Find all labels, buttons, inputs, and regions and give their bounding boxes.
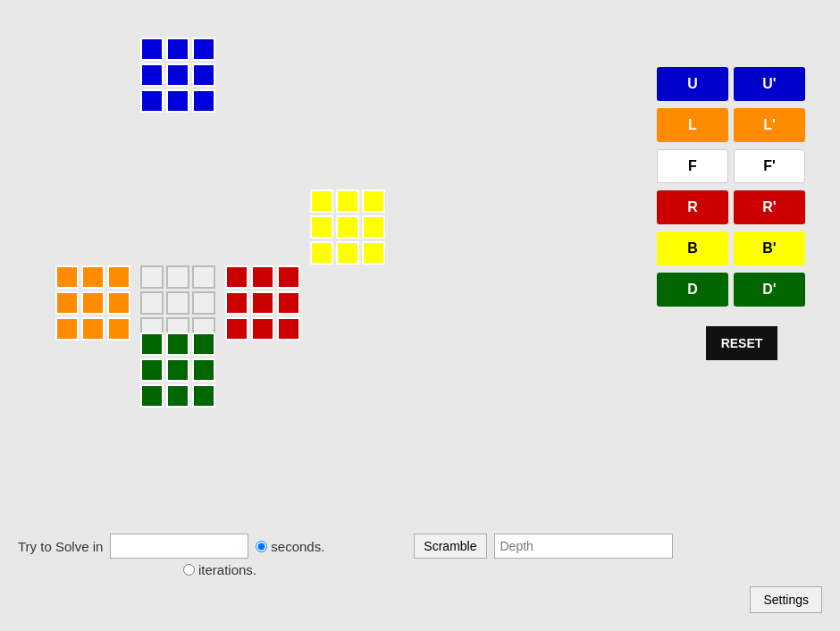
move-F-button[interactable]: F: [657, 149, 728, 183]
cell[interactable]: [81, 265, 105, 289]
face-right-grid: [223, 264, 302, 342]
move-L-prime-button[interactable]: L': [734, 108, 805, 142]
cell[interactable]: [55, 291, 79, 315]
seconds-radio-label[interactable]: seconds.: [256, 539, 324, 554]
move-R-prime-button[interactable]: R': [734, 190, 805, 224]
cell[interactable]: [362, 189, 385, 213]
cell[interactable]: [277, 317, 300, 341]
cell[interactable]: [140, 332, 164, 356]
cell[interactable]: [140, 291, 164, 315]
cell[interactable]: [166, 332, 189, 356]
cell[interactable]: [166, 89, 189, 113]
cell[interactable]: [192, 384, 215, 408]
move-B-prime-button[interactable]: B': [734, 231, 805, 265]
cell[interactable]: [192, 38, 215, 61]
seconds-label: seconds.: [271, 539, 324, 554]
cell[interactable]: [336, 241, 359, 265]
iterations-radio[interactable]: [183, 564, 195, 576]
face-top: [139, 36, 223, 188]
move-B-button[interactable]: B: [657, 231, 728, 265]
cell[interactable]: [251, 265, 274, 289]
cell[interactable]: [225, 265, 248, 289]
cell[interactable]: [277, 291, 300, 315]
move-row-R: R R': [657, 190, 827, 224]
face-front: [139, 188, 223, 331]
face-bottom: [139, 331, 223, 483]
iterations-radio-label[interactable]: iterations.: [183, 562, 256, 577]
solve-row-iterations: iterations.: [18, 562, 324, 577]
reset-button[interactable]: RESET: [706, 326, 777, 360]
cell[interactable]: [81, 291, 105, 315]
cell[interactable]: [55, 317, 79, 341]
face-bottom-grid: [139, 331, 217, 409]
move-D-button[interactable]: D: [657, 273, 728, 307]
scramble-button[interactable]: Scramble: [414, 534, 486, 559]
cell[interactable]: [166, 63, 189, 87]
settings-button[interactable]: Settings: [750, 586, 822, 613]
cell[interactable]: [192, 358, 215, 382]
cell[interactable]: [166, 384, 189, 408]
cell[interactable]: [107, 265, 130, 289]
solve-group: Try to Solve in seconds. iterations.: [18, 534, 324, 577]
cell[interactable]: [107, 317, 130, 341]
cell[interactable]: [192, 89, 215, 113]
cell[interactable]: [140, 358, 164, 382]
move-F-prime-button[interactable]: F': [734, 149, 805, 183]
move-D-prime-button[interactable]: D': [734, 273, 805, 307]
solve-row-seconds: Try to Solve in seconds.: [18, 534, 324, 559]
cell[interactable]: [310, 189, 333, 213]
face-top-grid: [139, 36, 217, 114]
cell[interactable]: [55, 265, 79, 289]
move-L-button[interactable]: L: [657, 108, 728, 142]
cell[interactable]: [140, 384, 164, 408]
cell[interactable]: [140, 38, 164, 61]
cell[interactable]: [81, 317, 105, 341]
move-U-button[interactable]: U: [657, 67, 728, 101]
cell[interactable]: [140, 89, 164, 113]
cell[interactable]: [362, 215, 385, 239]
depth-input[interactable]: [494, 534, 673, 559]
cell[interactable]: [166, 265, 189, 289]
face-back-grid: [308, 188, 387, 266]
move-U-prime-button[interactable]: U': [734, 67, 805, 101]
move-row-L: L L': [657, 108, 827, 142]
cell[interactable]: [251, 317, 274, 341]
move-row-U: U U': [657, 67, 827, 101]
move-row-D: D D': [657, 273, 827, 307]
face-back: [308, 188, 393, 331]
solve-label: Try to Solve in: [18, 539, 103, 554]
cell[interactable]: [140, 265, 164, 289]
cell[interactable]: [277, 265, 300, 289]
face-left-grid: [54, 264, 132, 342]
cell[interactable]: [225, 291, 248, 315]
move-R-button[interactable]: R: [657, 190, 728, 224]
cell[interactable]: [225, 317, 248, 341]
cell[interactable]: [192, 63, 215, 87]
cell[interactable]: [192, 265, 215, 289]
cell[interactable]: [362, 241, 385, 265]
cell[interactable]: [251, 291, 274, 315]
cell[interactable]: [310, 241, 333, 265]
face-right: [223, 188, 308, 331]
cell[interactable]: [336, 189, 359, 213]
face-left: [54, 188, 139, 331]
cell[interactable]: [166, 358, 189, 382]
scramble-group: Scramble: [414, 534, 672, 559]
cell[interactable]: [336, 215, 359, 239]
solve-input[interactable]: [110, 534, 248, 559]
move-row-F: F F': [657, 149, 827, 183]
move-row-B: B B': [657, 231, 827, 265]
cell[interactable]: [310, 215, 333, 239]
iterations-label: iterations.: [198, 562, 256, 577]
cell[interactable]: [166, 291, 189, 315]
cell[interactable]: [192, 332, 215, 356]
seconds-radio[interactable]: [256, 541, 267, 552]
cell[interactable]: [166, 38, 189, 61]
bottom-section: Try to Solve in seconds. iterations. Scr…: [18, 534, 822, 577]
cell[interactable]: [140, 63, 164, 87]
reset-row: RESET: [657, 321, 827, 360]
cell[interactable]: [192, 291, 215, 315]
cube-net: [54, 36, 393, 483]
cell[interactable]: [107, 291, 130, 315]
